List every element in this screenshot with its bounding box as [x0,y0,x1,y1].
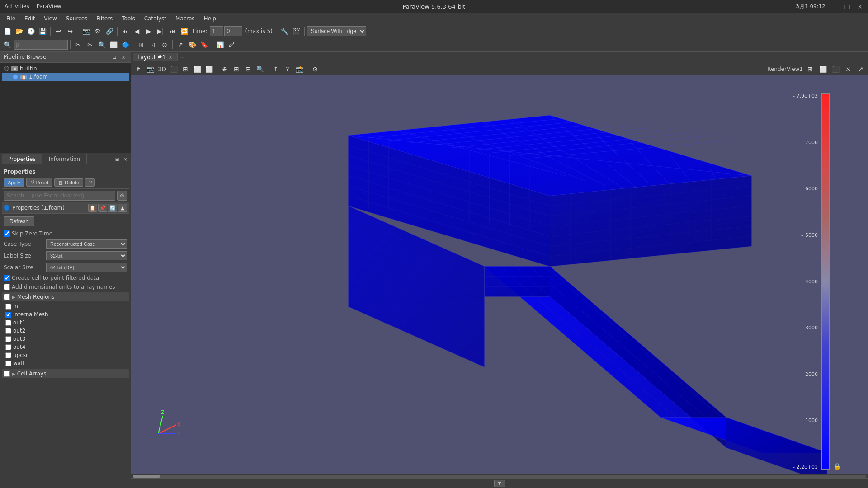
cell-arrays-checkbox[interactable] [4,371,10,377]
undo-button[interactable]: ↩ [53,26,64,37]
connect-button[interactable]: 🔗 [104,26,115,37]
query-icon[interactable]: ? [282,64,293,75]
copy-props-button[interactable]: 📋 [88,204,97,212]
pipeline-close-icon[interactable]: × [120,53,127,61]
orient-axis-icon[interactable]: ↗ [175,39,186,50]
menu-tools[interactable]: Tools [117,14,140,23]
save-button[interactable]: 💾 [37,26,48,37]
menu-filters[interactable]: Filters [92,14,117,23]
play-button[interactable]: ▶ [143,26,154,37]
new-button[interactable]: 📄 [2,26,13,37]
props-search-input[interactable] [4,191,115,201]
mesh-wall-checkbox[interactable] [5,361,11,366]
expand-props-button[interactable]: ▲ [118,204,127,212]
volume-icon[interactable]: ⬛ [168,64,179,75]
ortho-icon[interactable]: ⊞ [180,64,191,75]
menu-sources[interactable]: Sources [61,14,92,23]
minimize-button[interactable]: – [831,3,838,10]
color-icon[interactable]: 🎨 [187,39,198,50]
north-up-icon[interactable]: ↑ [270,64,281,75]
view-single-icon[interactable]: ⬜ [817,64,828,75]
zoom-to-data-icon[interactable]: ⊡ [147,39,158,50]
add-layout-button[interactable]: + [178,53,187,62]
props-search-settings-icon[interactable]: ⚙ [117,191,127,201]
interact-icon[interactable]: ⊙ [159,39,170,50]
select-cell-icon[interactable]: ⊞ [231,64,242,75]
highlight-icon[interactable]: 🖊 [226,39,237,50]
menu-catalyst[interactable]: Catalyst [140,14,171,23]
search-icon[interactable]: 🔍 [2,39,13,50]
settings-button[interactable]: 🔧 [279,26,290,37]
time-value-input[interactable] [224,26,242,36]
chart-icon[interactable]: 📊 [214,39,225,50]
delete-button[interactable]: 🗑 Delete [54,178,83,187]
mesh-upcsc-checkbox[interactable] [5,352,11,358]
mesh-regions-section[interactable]: ▶ Mesh Regions [2,292,129,301]
prev-frame-button[interactable]: ◀ [132,26,142,37]
pipeline-settings-icon[interactable]: ⊟ [111,53,118,61]
pipeline-builtin[interactable]: 🖥 builtin: [2,65,129,73]
redo-button[interactable]: ↪ [65,26,75,37]
tab-properties[interactable]: Properties [2,154,42,164]
app-name-label[interactable]: ParaView [37,3,61,9]
props-settings-icon[interactable]: ⊟ [113,155,121,163]
camera-mode-icon[interactable]: 📷 [145,64,156,75]
rubber-band-icon[interactable]: ⬜ [108,39,119,50]
apply-button[interactable]: Apply [4,178,24,187]
split-v-icon[interactable]: ⬜ [203,64,214,75]
layout-tab-1[interactable]: Layout #1 × [133,53,178,61]
pipeline-1foam[interactable]: 📋 1.foam [2,73,129,81]
reset-button[interactable]: ↺ Reset [26,178,53,187]
zoom-box-icon[interactable]: 🔍 [96,39,107,50]
time-step-input[interactable] [210,26,223,36]
hover-point-icon[interactable]: ⊙ [310,64,321,75]
activities-label[interactable]: Activities [5,3,29,9]
bottom-toggle-button[interactable]: ▼ [494,480,505,487]
select-block-icon[interactable]: ⊟ [243,64,254,75]
view-grid-icon[interactable]: ⊞ [805,64,816,75]
restore-button[interactable]: □ [844,3,851,10]
select-point-icon[interactable]: ⊕ [219,64,230,75]
menu-view[interactable]: View [39,14,61,23]
case-type-select[interactable]: Reconstructed Case Decomposed Case [46,239,127,249]
representation-select[interactable]: Surface With Edge Surface Wireframe [307,26,366,36]
next-frame-button[interactable]: ▶| [155,26,166,37]
open-button[interactable]: 📂 [14,26,24,37]
label-size-select[interactable]: 32-bit 64-bit [46,251,127,260]
props-close-icon[interactable]: × [122,155,129,163]
find-data-icon[interactable]: 🔍 [255,64,265,75]
screenshot-icon[interactable]: 📸 [294,64,305,75]
scrollbar-thumb[interactable] [133,475,160,478]
mesh-out4-checkbox[interactable] [5,344,11,350]
refresh-props-button[interactable]: 🔄 [108,204,117,212]
mesh-internalmesh-checkbox[interactable] [5,312,11,318]
mesh-regions-checkbox[interactable] [4,294,10,300]
last-frame-button[interactable]: ⏭ [167,26,178,37]
loop-button[interactable]: 🔁 [179,26,189,37]
reset-camera-icon[interactable]: ⊞ [136,39,146,50]
layout-tab-1-close[interactable]: × [168,54,172,60]
paste-props-button[interactable]: 📌 [98,204,107,212]
horizontal-scrollbar[interactable] [131,474,868,478]
add-dimensional-checkbox[interactable] [4,284,10,290]
render-viewport[interactable]: X Z Y – 7.9e+03 – 7000 – 6000 – 5000 – 4… [131,75,868,488]
recent-button[interactable]: 🕐 [25,26,36,37]
interact-mode-icon[interactable]: 🖱 [133,64,144,75]
view-expand-icon[interactable]: ⤢ [855,64,866,75]
menu-help[interactable]: Help [199,14,221,23]
first-frame-button[interactable]: ⏮ [120,26,131,37]
mesh-out1-checkbox[interactable] [5,320,11,326]
select-on-icon[interactable]: ✂ [73,39,84,50]
split-h-icon[interactable]: ⬜ [192,64,203,75]
mesh-in-checkbox[interactable] [5,304,11,310]
mesh-out2-checkbox[interactable] [5,328,11,334]
cell-arrays-section[interactable]: ▶ Cell Arrays [2,369,129,378]
scalar-size-select[interactable]: 64-bit (DP) 32-bit [46,263,127,272]
view-close-icon[interactable]: × [843,64,854,75]
skip-zero-time-checkbox[interactable] [4,230,10,237]
3d-icon[interactable]: 3D [156,64,167,75]
select-off-icon[interactable]: ✂ [85,39,95,50]
polygon-select-icon[interactable]: 🔷 [120,39,131,50]
create-cell-checkbox[interactable] [4,275,10,281]
pipeline-search[interactable] [14,40,68,50]
